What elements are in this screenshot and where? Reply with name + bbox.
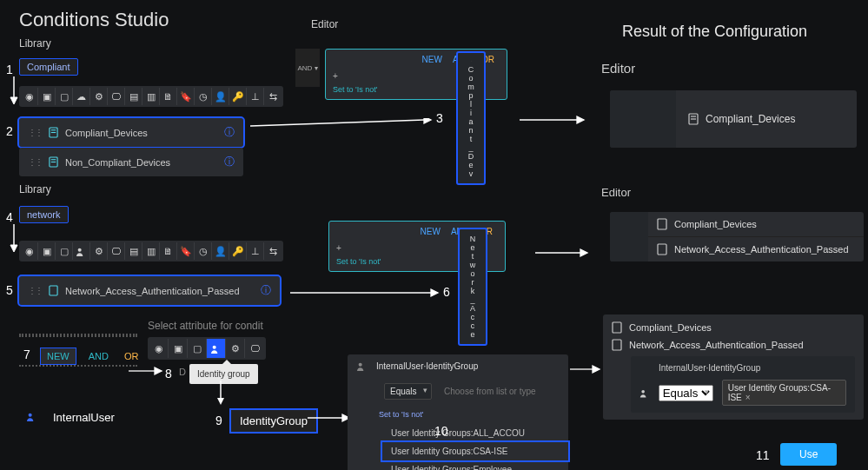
- new-link[interactable]: NEW: [422, 55, 442, 64]
- pin-icon[interactable]: ◉: [21, 88, 38, 105]
- lib-item-label: Compliant_Devices: [65, 128, 148, 138]
- devices-icon[interactable]: ▤: [125, 88, 142, 105]
- search-compliant[interactable]: Compliant: [19, 61, 78, 73]
- info-icon[interactable]: ⓘ: [224, 155, 235, 169]
- monitor-icon[interactable]: 🖵: [108, 242, 125, 260]
- user-icon[interactable]: 👤: [212, 88, 229, 105]
- tree-icon[interactable]: ⊥: [247, 242, 264, 260]
- new-link[interactable]: NEW: [421, 227, 441, 236]
- svg-rect-35: [658, 219, 666, 229]
- identity-option-all-accounts[interactable]: User Identity Groups:ALL_ACCOU: [382, 424, 568, 442]
- gear-icon[interactable]: ⚙: [226, 339, 245, 358]
- gear-icon[interactable]: ⚙: [90, 88, 108, 105]
- search-network[interactable]: network: [19, 209, 69, 221]
- svg-marker-18: [431, 289, 438, 296]
- attribute-type-icons[interactable]: ◉ ▣ ▢ ⚙ 🖵: [148, 337, 266, 360]
- lib-item-compliant-devices[interactable]: ⋮⋮ Compliant_Devices ⓘ: [19, 118, 243, 147]
- drag-handle-icon[interactable]: ⋮⋮: [28, 286, 42, 295]
- info-icon[interactable]: ⓘ: [261, 283, 271, 298]
- select-attribute-label: Select attribute for condit: [148, 320, 263, 332]
- bookmark-icon[interactable]: 🔖: [177, 242, 195, 260]
- window-icon[interactable]: ▥: [142, 242, 160, 260]
- vertical-drop-compliant[interactable]: Compliant_Dev: [456, 51, 486, 185]
- choose-placeholder[interactable]: Choose from list or type: [444, 387, 536, 396]
- cloud-icon[interactable]: ☁: [73, 88, 90, 105]
- result-title: Result of the Configuration: [622, 23, 807, 41]
- lib-item-label: Non_Compliant_Devices: [65, 157, 170, 168]
- document-icon: [49, 156, 58, 168]
- clock-icon[interactable]: ◷: [195, 242, 212, 260]
- bookmark-icon[interactable]: 🔖: [177, 88, 195, 105]
- identity-group-dropdown[interactable]: InternalUser·IdentityGroup Equals Choose…: [348, 354, 568, 470]
- result-panel-2: Compliant_Devices Network_Access_Authent…: [610, 212, 864, 261]
- wifi-icon[interactable]: ⇆: [264, 242, 282, 260]
- box-icon[interactable]: ▢: [188, 339, 207, 358]
- drag-handle-icon[interactable]: ⋮⋮: [28, 128, 42, 137]
- final-operator-select[interactable]: Equals: [659, 385, 713, 401]
- identity-option-employee[interactable]: User Identity Groups:Employee: [382, 460, 568, 470]
- wifi-icon[interactable]: ⇆: [264, 88, 282, 105]
- svg-rect-36: [658, 244, 666, 255]
- result-panel-final: Compliant_Devices Network_Access_Authent…: [603, 314, 864, 420]
- arrow-3-to-result: [520, 113, 586, 127]
- svg-rect-8: [471, 61, 472, 62]
- and-operator-label[interactable]: AND ▾: [297, 64, 317, 72]
- key-icon[interactable]: 🔑: [229, 88, 247, 105]
- operator-select[interactable]: Equals: [384, 383, 432, 400]
- user-icon[interactable]: 👤: [212, 242, 229, 260]
- window-icon[interactable]: ▥: [142, 88, 160, 105]
- svg-point-15: [78, 248, 82, 251]
- app-icon[interactable]: ▣: [38, 242, 56, 260]
- arrow-7-to-8: [129, 365, 163, 377]
- identity-option-csa-ise[interactable]: User Identity Groups:CSA-ISE: [382, 442, 568, 460]
- library-filter-icons-1[interactable]: ◉ ▣ ▢ ☁ ⚙ 🖵 ▤ ▥ 🗎 🔖 ◷ 👤 🔑 ⊥ ⇆: [19, 86, 283, 107]
- app-icon[interactable]: ▣: [38, 88, 56, 105]
- pin-icon[interactable]: ◉: [149, 339, 169, 358]
- gear-icon[interactable]: ⚙: [90, 242, 108, 260]
- panel-left-spacer: [610, 212, 648, 261]
- and-option[interactable]: AND: [85, 349, 112, 363]
- step-10-label: 10: [434, 424, 448, 438]
- monitor-icon[interactable]: 🖵: [108, 88, 125, 105]
- use-button[interactable]: Use: [780, 443, 837, 466]
- remove-chip-icon[interactable]: ×: [745, 393, 751, 402]
- step-8-label: 8: [165, 367, 172, 381]
- monitor-icon[interactable]: 🖵: [245, 339, 264, 358]
- arrow-8-to-9: [215, 381, 226, 407]
- box-icon[interactable]: ▢: [56, 88, 73, 105]
- lib-item-label: Network_Access_Authentication_Passed: [65, 286, 240, 296]
- or-option[interactable]: OR: [121, 349, 142, 363]
- app-icon[interactable]: ▣: [169, 339, 188, 358]
- lib-item-network-access[interactable]: ⋮⋮ Network_Access_Authentication_Passed …: [19, 276, 280, 305]
- set-is-not-link[interactable]: Set to 'Is not': [379, 410, 423, 419]
- clock-icon[interactable]: ◷: [195, 88, 212, 105]
- identity-group-option[interactable]: IdentityGroup: [229, 408, 318, 434]
- doc-icon[interactable]: 🗎: [160, 88, 177, 105]
- people-icon[interactable]: [73, 242, 90, 260]
- identity-group-icon[interactable]: [207, 339, 226, 358]
- box-icon[interactable]: ▢: [56, 242, 73, 260]
- internal-user-label[interactable]: InternalUser: [53, 411, 115, 424]
- library-filter-icons-2[interactable]: ◉ ▣ ▢ ⚙ 🖵 ▤ ▥ 🗎 🔖 ◷ 👤 🔑 ⊥ ⇆: [19, 241, 283, 261]
- tree-icon[interactable]: ⊥: [247, 88, 264, 105]
- info-icon[interactable]: ⓘ: [224, 125, 235, 140]
- result-row-network: Network_Access_Authentication_Passed: [648, 237, 864, 261]
- vertical-drop-network[interactable]: Network_Acce: [458, 228, 487, 346]
- arrow-9-to-10: [308, 412, 351, 424]
- doc-icon[interactable]: 🗎: [160, 242, 177, 260]
- svg-point-26: [29, 414, 32, 417]
- pin-icon[interactable]: ◉: [21, 242, 38, 260]
- arrow-10-to-final: [570, 363, 601, 375]
- step-3-label: 3: [436, 111, 443, 125]
- search-pill-2[interactable]: network: [19, 206, 69, 223]
- key-icon[interactable]: 🔑: [229, 242, 247, 260]
- svg-marker-14: [10, 245, 17, 252]
- search-pill-1[interactable]: Compliant: [19, 58, 78, 76]
- devices-icon[interactable]: ▤: [125, 242, 142, 260]
- people-icon: [639, 388, 650, 398]
- drag-handle-icon[interactable]: ⋮⋮: [28, 157, 42, 167]
- final-value-chip[interactable]: User Identity Groups:CSA-ISE×: [722, 380, 846, 406]
- new-button[interactable]: NEW: [40, 348, 76, 365]
- lib-item-non-compliant-devices[interactable]: ⋮⋮ Non_Compliant_Devices ⓘ: [19, 148, 243, 176]
- result-condition-1: Compliant_Devices: [706, 113, 795, 125]
